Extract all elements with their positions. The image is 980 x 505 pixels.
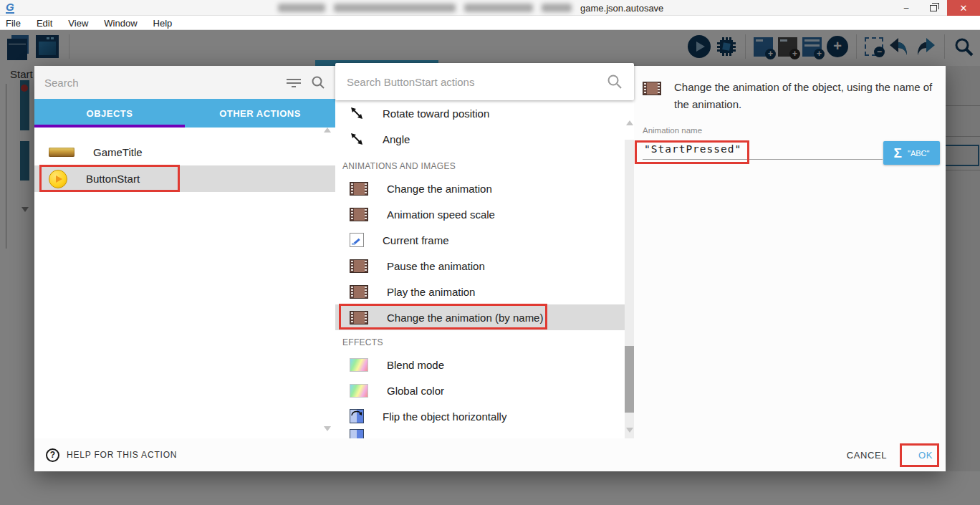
action-search-bar (335, 63, 634, 100)
scroll-up-arrow[interactable] (324, 128, 331, 133)
game-title-thumbnail (49, 148, 75, 157)
action-item[interactable]: Play the animation (335, 279, 634, 304)
action-item[interactable]: Blend mode (335, 352, 634, 377)
section-header: ANIMATIONS AND IMAGES (335, 152, 634, 175)
help-button[interactable]: ? HELP FOR THIS ACTION (46, 448, 177, 462)
redacted-title-segment (278, 4, 325, 12)
action-detail-panel: Change the animation of the object, usin… (634, 66, 946, 438)
search-icon[interactable] (311, 75, 325, 90)
rotate-arrow-icon (350, 106, 364, 120)
action-item[interactable]: Flip the object horizontally (335, 403, 634, 429)
action-editor-dialog: OBJECTS OTHER ACTIONS GameTitle ButtonSt… (34, 66, 946, 471)
menu-bar: File Edit View Window Help (0, 16, 980, 30)
object-search-input[interactable] (44, 77, 277, 89)
dialog-footer: ? HELP FOR THIS ACTION CANCEL OK (34, 438, 946, 471)
search-icon[interactable] (607, 74, 623, 90)
action-item[interactable]: Angle (335, 126, 634, 152)
help-icon: ? (46, 448, 59, 462)
film-strip-icon (643, 82, 661, 95)
object-search-bar (34, 66, 335, 99)
animation-name-label: Animation name (643, 126, 702, 135)
scroll-down-arrow[interactable] (626, 428, 633, 433)
action-item[interactable]: Pause the animation (335, 253, 634, 279)
film-strip-icon (350, 208, 368, 221)
scrollbar-thumb[interactable] (625, 346, 634, 413)
close-button[interactable]: ✕ (947, 0, 980, 16)
expression-editor-button[interactable]: Σ "ABC" (883, 141, 940, 165)
rainbow-gradient-icon (350, 358, 368, 372)
action-item[interactable]: Current frame (335, 227, 634, 253)
redacted-title-segment (334, 4, 456, 12)
frame-edit-icon (350, 233, 364, 247)
window-title: game.json.autosave (278, 3, 663, 13)
flip-vertical-icon (350, 429, 364, 438)
menu-help[interactable]: Help (153, 18, 173, 29)
restore-button[interactable] (920, 0, 947, 16)
rotate-arrow-icon (350, 132, 364, 146)
menu-edit[interactable]: Edit (37, 18, 52, 29)
action-search-input[interactable] (347, 76, 598, 88)
flip-horizontal-icon (350, 409, 364, 423)
object-tabs: OBJECTS OTHER ACTIONS (34, 99, 335, 128)
rainbow-gradient-icon (350, 384, 368, 398)
annotation-box-buttonstart (39, 165, 180, 192)
action-item[interactable]: Rotate toward position (335, 100, 634, 126)
annotation-box-change-animation-by-name (339, 304, 547, 330)
objects-panel: OBJECTS OTHER ACTIONS GameTitle ButtonSt… (34, 66, 335, 438)
action-list: Rotate toward position Angle ANIMATIONS … (335, 100, 634, 438)
menu-file[interactable]: File (6, 18, 21, 29)
annotation-box-animation-name-value (635, 140, 749, 164)
film-strip-icon (350, 285, 368, 299)
tab-other-actions[interactable]: OTHER ACTIONS (185, 99, 335, 128)
redacted-title-segment (464, 4, 533, 12)
tab-objects[interactable]: OBJECTS (34, 99, 185, 128)
sigma-icon: Σ (894, 146, 902, 160)
section-header: EFFECTS (335, 330, 634, 352)
menu-view[interactable]: View (68, 18, 88, 29)
annotation-box-ok-button (900, 443, 939, 467)
scroll-up-arrow[interactable] (626, 120, 633, 125)
cancel-button[interactable]: CANCEL (847, 450, 887, 461)
gdevelop-logo-icon: G (6, 1, 14, 14)
redacted-title-segment (542, 4, 572, 12)
action-item-partial[interactable] (335, 429, 634, 438)
scroll-down-arrow[interactable] (324, 426, 331, 431)
list-item-gametitle[interactable]: GameTitle (34, 139, 335, 165)
action-item[interactable]: Global color (335, 377, 634, 403)
actions-panel: Rotate toward position Angle ANIMATIONS … (335, 66, 634, 438)
filter-icon[interactable] (287, 77, 301, 87)
menu-window[interactable]: Window (104, 18, 137, 29)
restore-icon (930, 5, 937, 11)
action-description: Change the animation of the object, usin… (674, 79, 936, 113)
gdevelop-window: G game.json.autosave – ✕ File Edit View … (0, 0, 980, 505)
title-bar: G game.json.autosave – ✕ (0, 0, 980, 16)
action-item[interactable]: Animation speed scale (335, 201, 634, 227)
film-strip-icon (350, 182, 368, 196)
film-strip-icon (350, 259, 368, 273)
window-title-text: game.json.autosave (580, 3, 663, 14)
minimize-button[interactable]: – (893, 0, 920, 16)
action-item[interactable]: Change the animation (335, 175, 634, 201)
